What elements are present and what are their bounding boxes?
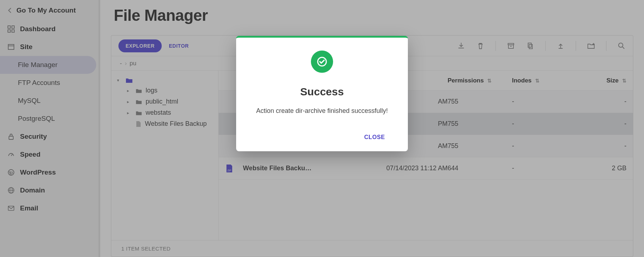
check-circle-icon [311, 51, 333, 73]
success-modal: Success Action create dir-archive finish… [236, 36, 408, 151]
button-label: CLOSE [364, 134, 385, 140]
close-button[interactable]: CLOSE [354, 131, 395, 143]
modal-title: Success [249, 86, 395, 98]
modal-overlay[interactable]: Success Action create dir-archive finish… [0, 0, 644, 257]
modal-body: Action create dir-archive finished succe… [249, 107, 395, 115]
